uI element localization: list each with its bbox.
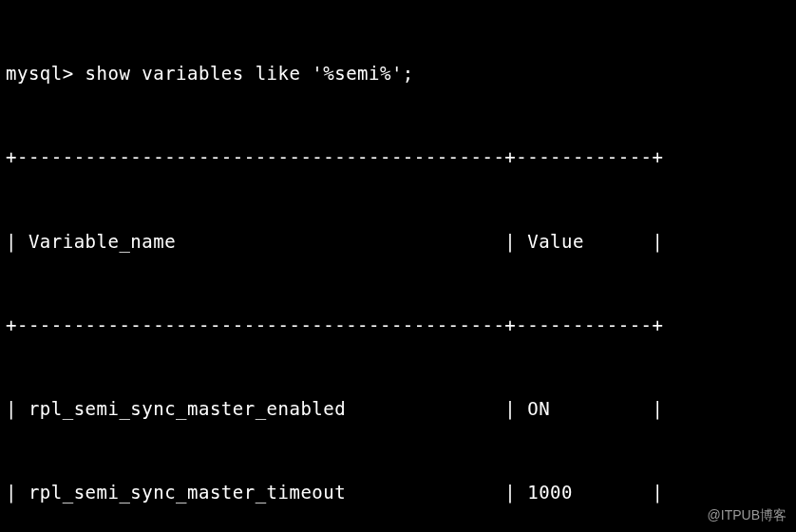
sql-command: show variables like '%semi%'; (85, 63, 414, 84)
table-header-row: | Variable_name | Value | (6, 228, 790, 256)
table-border-header: +---------------------------------------… (6, 312, 790, 339)
terminal-output: mysql> show variables like '%semi%'; +--… (0, 0, 796, 532)
prompt-prefix: mysql> (6, 63, 85, 84)
table-row: | rpl_semi_sync_master_enabled | ON | (6, 395, 790, 423)
prompt-line[interactable]: mysql> show variables like '%semi%'; (6, 60, 790, 87)
table-border-top: +---------------------------------------… (6, 143, 790, 171)
table-row: | rpl_semi_sync_master_timeout | 1000 | (6, 479, 790, 506)
watermark-label: @ITPUB博客 (708, 505, 787, 526)
